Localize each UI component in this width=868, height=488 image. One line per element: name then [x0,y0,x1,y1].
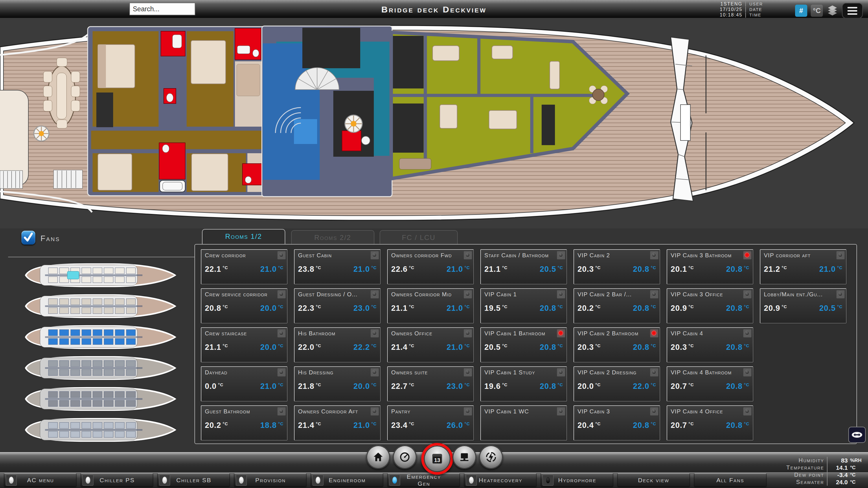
room-card[interactable]: VIP Cabin 1 Study19.6°C20.8°C [480,366,567,401]
session-info: 1STENGUSER17/10/25DATE10:18:45TIME [705,1,773,18]
system-button-chiller-ps[interactable]: Chiller PS [81,473,153,487]
room-card[interactable]: VIP Cabin 1 Bathroom20.5°C20.8°C [480,327,567,362]
room-setpoint[interactable]: 20.8°C [633,421,656,430]
room-card[interactable]: Guest Cabin23.8°C21.0°C [294,249,381,285]
room-card[interactable]: His Bathroom22.0°C22.2°C [294,327,381,362]
room-card[interactable]: Owners Office21.4°C21.0°C [387,327,474,362]
room-card[interactable]: Owners Corridor Mid21.1°C21.0°C [387,288,474,324]
room-setpoint[interactable]: 20.8°C [540,304,563,313]
room-setpoint[interactable]: 21.0°C [819,265,842,274]
room-name: VIP Cabin 4 Office [671,408,741,415]
room-setpoint[interactable]: 20.8°C [540,382,563,391]
remote-access-icon[interactable] [848,427,866,443]
room-setpoint[interactable]: 20.8°C [726,265,749,274]
room-card[interactable]: VIP Cabin 2 Bathroom20.3°C20.8°C [574,327,660,362]
room-setpoint[interactable]: 21.0°C [447,304,470,313]
deck-thumbnail-6[interactable] [20,416,182,444]
room-setpoint[interactable]: 20.8°C [726,304,749,313]
room-setpoint[interactable]: 22.2°C [353,343,377,352]
sidebar-divider [8,257,199,257]
system-button-engineroom[interactable]: Engineroom [311,473,383,487]
tab-fc-lcu[interactable]: FC / LCU [380,230,458,245]
fans-checkbox[interactable] [22,231,35,245]
room-setpoint[interactable]: 20.0°C [260,304,283,313]
gauge-button[interactable] [393,445,416,469]
room-setpoint[interactable]: 20.8°C [540,343,563,352]
room-card[interactable]: VIP Cabin 4 Bathroom20.7°C20.8°C [666,366,753,401]
room-card[interactable]: Owners corridor Fwd22.6°C21.0°C [387,249,474,285]
room-setpoint[interactable]: 21.0°C [260,382,283,391]
room-setpoint[interactable]: 26.0°C [447,421,470,430]
room-card[interactable]: VIP Cabin 420.3°C20.8°C [666,327,753,362]
room-setpoint[interactable]: 20.8°C [633,343,656,352]
room-setpoint[interactable]: 20.8°C [726,382,749,391]
tab-rooms-1[interactable]: Rooms 1/2 [202,229,285,244]
system-button-heatrecovery[interactable]: Heatrecovery [464,473,536,487]
room-card[interactable]: Owners suite22.7°C23.0°C [387,366,474,401]
deck-thumbnail-2[interactable] [20,292,182,321]
room-name: VIP Cabin 2 Bar /... [578,291,648,298]
room-card[interactable]: Lobby/Main ent./Gu...20.9°C20.5°C [760,288,846,324]
room-setpoint[interactable]: 21.0°C [447,265,470,274]
room-setpoint[interactable]: 18.8°C [260,421,283,430]
room-card[interactable]: Dayhead0.0°C21.0°C [201,366,288,401]
room-setpoint[interactable]: 20.8°C [633,265,656,274]
room-setpoint[interactable]: 22.0°C [633,382,656,391]
room-setpoint[interactable]: 20.5°C [540,265,563,274]
system-button-all-fans[interactable]: All Fans [694,473,767,487]
room-card[interactable]: His Dressing21.8°C20.0°C [294,366,381,401]
power-button[interactable] [479,445,503,469]
layers-icon[interactable] [826,5,838,17]
room-temperature: 22.6°C [391,265,414,274]
room-setpoint[interactable]: 20.8°C [633,304,656,313]
room-setpoint[interactable]: 20.5°C [819,304,842,313]
room-card[interactable]: Staff Cabin / Bathroom21.1°C20.5°C [480,249,567,285]
system-button-ac-menu[interactable]: AC menu [4,473,76,487]
room-card[interactable]: Guest Bathroom20.2°C18.8°C [201,405,288,441]
system-button-hydrophore[interactable]: Hydrophore [541,473,613,487]
deck-thumbnail-1[interactable] [20,261,182,290]
room-card[interactable]: VIP Cabin 2 Bar /...20.2°C20.8°C [574,288,660,324]
room-setpoint[interactable]: 20.8°C [726,421,749,430]
room-card[interactable]: Crew staircase21.1°C20.0°C [201,327,288,362]
room-card[interactable]: VIP Cabin 119.5°C20.8°C [480,288,567,324]
button-label: All Fans [694,477,766,484]
room-setpoint[interactable]: 20.0°C [353,382,377,391]
room-card[interactable]: Pantry23.4°C26.0°C [387,405,474,441]
workstation-button[interactable] [453,445,476,469]
home-button[interactable] [366,445,390,469]
room-card[interactable]: Guest Dressing / O...22.3°C23.0°C [294,288,381,324]
room-setpoint[interactable]: 23.0°C [447,382,470,391]
room-card[interactable]: Crew service corridor20.8°C20.0°C [201,288,288,324]
system-button-chiller-sb[interactable]: Chiller SB [157,473,230,487]
room-setpoint[interactable]: 21.0°C [353,421,377,430]
menu-icon[interactable] [842,3,863,19]
deck-thumbnail-5[interactable] [20,385,182,414]
room-card[interactable]: VIP Cabin 4 Office20.7°C20.8°C [666,405,753,441]
room-card[interactable]: Owners Corridor Aft21.4°C21.0°C [294,405,381,441]
room-card[interactable]: VIP Cabin 2 Dressing20.0°C22.0°C [574,366,660,401]
calendar-button[interactable]: 13 [421,443,453,475]
deck-thumbnail-3-selected[interactable] [20,323,182,352]
room-card[interactable]: VIP Cabin 3 Office20.9°C20.8°C [666,288,753,324]
room-setpoint[interactable]: 20.8°C [726,343,749,352]
deck-thumbnail-4[interactable] [20,354,182,383]
system-button-emergency-gen[interactable]: Emergency Gen [388,473,460,487]
room-card[interactable]: VIP corridor aft21.2°C21.0°C [760,249,846,285]
tab-rooms-2[interactable]: Rooms 2/2 [291,230,374,245]
room-card[interactable]: VIP Cabin 220.3°C20.8°C [574,249,660,285]
celsius-unit-toggle-icon[interactable]: °C [811,5,823,17]
room-setpoint[interactable]: 23.0°C [353,304,377,313]
room-card[interactable]: VIP Cabin 320.4°C20.8°C [574,405,660,441]
room-card[interactable]: VIP Cabin 3 Bathroom20.1°C20.8°C [666,249,753,285]
system-button-provision[interactable]: Provision [234,473,306,487]
room-setpoint[interactable]: 21.0°C [447,343,470,352]
room-card[interactable]: VIP Cabin 1 WC [480,405,567,441]
room-card[interactable]: Crew corridor22.1°C21.0°C [201,249,288,285]
number-display-toggle-icon[interactable]: # [795,5,807,17]
room-setpoint[interactable]: 21.0°C [260,265,283,274]
home-icon [372,451,384,463]
room-setpoint[interactable]: 20.0°C [260,343,283,352]
system-button-deck-view[interactable]: Deck view [617,473,690,487]
room-setpoint[interactable]: 21.0°C [353,265,377,274]
